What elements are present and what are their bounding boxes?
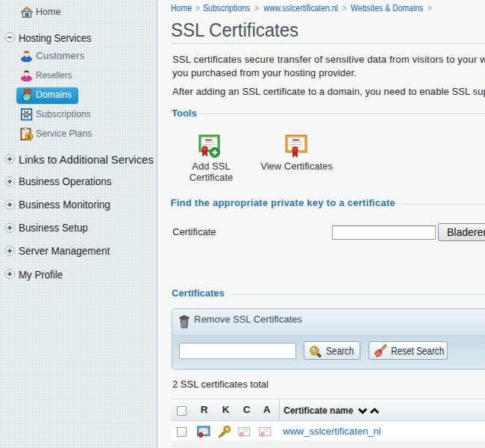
svg-text:$: $ <box>28 134 31 140</box>
